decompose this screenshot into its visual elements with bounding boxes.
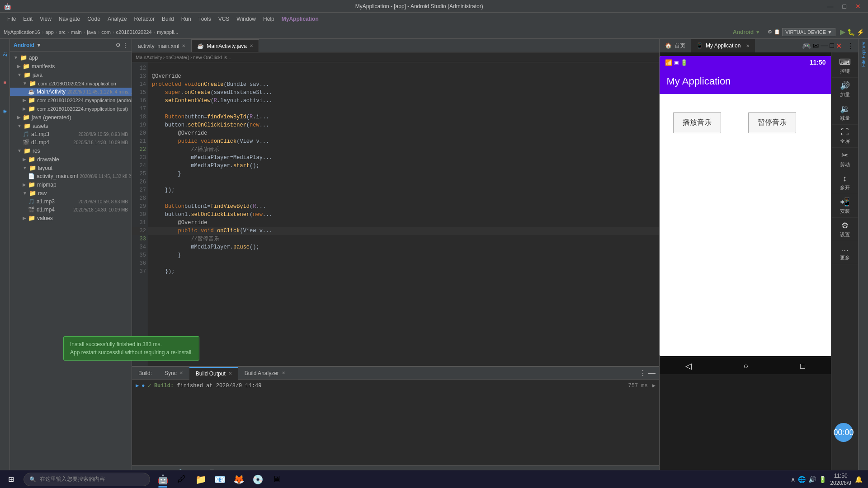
tree-item-drawable[interactable]: ▶ 📁 drawable	[10, 155, 132, 164]
sys-chevron-icon[interactable]: ∧	[791, 476, 795, 483]
menu-view[interactable]: View	[36, 16, 55, 22]
android-dropdown-icon[interactable]: ▼	[36, 42, 42, 48]
ctrl-settings[interactable]: ⚙ 设置	[832, 218, 858, 241]
far-left-btn-3[interactable]: ◉	[0, 99, 9, 126]
toolbar-run-config[interactable]: ⚡	[857, 28, 864, 36]
tree-item-java[interactable]: ▼ 📁 java	[10, 70, 132, 79]
build-tab-output-close[interactable]: ✕	[228, 371, 232, 376]
tree-item-d1mp4[interactable]: 🎬 d1.mp4 2020/5/18 14:30, 10.09 MB	[10, 138, 132, 146]
tree-item-a1mp3-raw[interactable]: 🎵 a1.mp3 2020/8/9 10:59, 8.93 MB	[10, 197, 132, 206]
tree-item-values[interactable]: ▶ 📁 values	[10, 214, 132, 222]
emulator-tab-home[interactable]: 🏠 首页	[660, 39, 691, 52]
taskbar-app-browser[interactable]: 🦊	[230, 470, 248, 488]
email-icon[interactable]: ✉	[813, 42, 819, 50]
ctrl-fullscreen[interactable]: ⛶ 全屏	[832, 125, 858, 148]
window-close-btn[interactable]: ✕	[852, 3, 864, 10]
close-emu-icon[interactable]: ✕	[836, 42, 842, 50]
menu-edit[interactable]: Edit	[19, 16, 36, 22]
menu-vcs[interactable]: VCS	[215, 16, 233, 22]
nav-back-btn[interactable]: ◁	[680, 359, 697, 373]
menu-tools[interactable]: Tools	[195, 16, 215, 22]
tab-activity-xml[interactable]: activity_main.xml ✕	[132, 39, 191, 52]
nav-home-btn[interactable]: ○	[738, 360, 754, 373]
toolbar-run-btn[interactable]: ▶	[840, 28, 845, 36]
ctrl-cut[interactable]: ✂ 剪动	[832, 148, 858, 171]
sys-network-icon[interactable]: 🌐	[798, 476, 806, 483]
menu-navigate[interactable]: Navigate	[55, 16, 84, 22]
ctrl-install[interactable]: 📲 安装	[832, 194, 858, 218]
menu-file[interactable]: File	[4, 16, 19, 22]
window-minimize-btn[interactable]: —	[824, 3, 837, 10]
toolbar-icon-2[interactable]: 📋	[774, 29, 780, 35]
ctrl-more[interactable]: … 更多	[832, 241, 858, 264]
menu-code[interactable]: Code	[84, 16, 104, 22]
taskbar-app-studio[interactable]: 🤖	[154, 470, 172, 488]
tree-item-res[interactable]: ▼ 📁 res	[10, 146, 132, 155]
tab-close-activity-xml[interactable]: ✕	[182, 43, 185, 48]
build-tab-sync-close[interactable]: ✕	[179, 371, 183, 375]
taskbar-app-folder[interactable]: 📁	[192, 470, 210, 488]
build-expand-icon[interactable]: ▶	[652, 382, 656, 389]
taskbar-app-email[interactable]: 📧	[211, 470, 229, 488]
ctrl-multiopen[interactable]: ↕ 多开	[832, 171, 858, 194]
menu-build[interactable]: Build	[158, 16, 178, 22]
window-maximize-btn[interactable]: □	[839, 3, 850, 10]
sys-battery-icon[interactable]: 🔋	[819, 476, 826, 483]
taskbar-search[interactable]: 🔍 在这里输入您要搜索的内容	[24, 473, 150, 486]
window-controls[interactable]: — □ ✕	[824, 3, 864, 10]
emulator-tab-myapp[interactable]: 📱 My Application ✕	[691, 39, 755, 52]
tree-item-d1mp4-raw[interactable]: 🎬 d1.mp4 2020/5/18 14:30, 10.09 MB	[10, 206, 132, 214]
build-tab-sync[interactable]: Sync ✕	[158, 367, 189, 380]
tree-item-layout[interactable]: ▼ 📁 layout	[10, 164, 132, 172]
gamepad-icon[interactable]: 🎮	[802, 42, 811, 50]
tree-item-a1mp3[interactable]: 🎵 a1.mp3 2020/8/9 10:59, 8.93 MB	[10, 130, 132, 138]
emu-more-icon[interactable]: ⋮	[847, 42, 854, 50]
menu-window[interactable]: Window	[233, 16, 259, 22]
android-dropdown[interactable]: Android ▼	[733, 29, 760, 35]
sidebar-more-icon[interactable]: ⋮	[123, 42, 128, 48]
tree-item-manifests[interactable]: ▶ 📁 manifests	[10, 62, 132, 70]
menu-help[interactable]: Help	[259, 16, 278, 22]
code-content[interactable]: @Override protected void onCreate(Bundle…	[148, 62, 659, 366]
toolbar-icon-1[interactable]: ⚙	[768, 29, 772, 35]
phone-btn-pause[interactable]: 暂停音乐	[748, 112, 796, 133]
build-tab-analyzer-close[interactable]: ✕	[282, 371, 285, 375]
nav-recents-btn[interactable]: □	[795, 360, 811, 373]
taskbar-app-media[interactable]: 🖥	[268, 470, 286, 488]
tree-item-package[interactable]: ▼ 📁 com.c201801020224.myapplication	[10, 79, 132, 88]
far-left-btn-2[interactable]: ■	[0, 70, 9, 97]
tab-close-main-activity[interactable]: ✕	[250, 43, 253, 48]
ctrl-vol-down[interactable]: 🔉 减量	[832, 101, 858, 125]
tree-item-assets[interactable]: ▼ 📁 assets	[10, 122, 132, 130]
tree-item-test-pkg[interactable]: ▶ 📁 com.c201801020224.myapplication (tes…	[10, 104, 132, 113]
taskbar-app-pen[interactable]: 🖊	[173, 470, 191, 488]
notification-center-icon[interactable]: 🔔	[855, 476, 863, 483]
taskbar-app-disk[interactable]: 💿	[249, 470, 267, 488]
menu-run[interactable]: Run	[178, 16, 195, 22]
far-left-btn-1[interactable]: 2↑	[0, 41, 9, 68]
build-panel-more-icon[interactable]: ⋮	[639, 369, 646, 377]
virtual-device-dropdown[interactable]: VIRTUAL DEVICE ▼	[782, 28, 835, 36]
far-right-btn-1[interactable]: File Explorer	[859, 41, 868, 68]
build-tab-output[interactable]: Build Output ✕	[189, 367, 238, 380]
build-tab-analyzer[interactable]: Build Analyzer ✕	[238, 367, 292, 380]
toolbar-debug-btn[interactable]: 🐛	[847, 28, 855, 36]
tree-item-activity-xml[interactable]: 📄 activity_main.xml 2020/8/9 11:45, 1.32…	[10, 172, 132, 180]
myapp-tab-close[interactable]: ✕	[746, 43, 750, 48]
menu-refactor[interactable]: Refactor	[131, 16, 158, 22]
ctrl-vol-up[interactable]: 🔊 加量	[832, 78, 858, 101]
tree-item-raw[interactable]: ▼ 📁 raw	[10, 189, 132, 197]
restore-emu-icon[interactable]: □	[830, 42, 834, 50]
tree-item-mainactivity[interactable]: ☕ MainActivity 2020/8/9 11:45, 1:12 k, 4…	[10, 88, 132, 96]
sys-sound-icon[interactable]: 🔊	[808, 476, 816, 483]
build-tab-build[interactable]: Build:	[132, 367, 158, 380]
build-panel-close-icon[interactable]: —	[648, 369, 656, 377]
tree-item-mipmap[interactable]: ▶ 📁 mipmap	[10, 180, 132, 189]
tab-main-activity[interactable]: ☕ MainActivity.java ✕	[191, 39, 259, 52]
tree-item-java-gen[interactable]: ▶ 📁 java (generated)	[10, 113, 132, 122]
sidebar-gear-icon[interactable]: ⚙	[116, 42, 121, 48]
minimize-emu-icon[interactable]: —	[821, 42, 828, 50]
start-button[interactable]: ⊞	[0, 470, 22, 488]
ctrl-keyboard[interactable]: ⌨ 控键	[832, 54, 858, 78]
tree-item-app[interactable]: ▼ 📁 app	[10, 53, 132, 62]
